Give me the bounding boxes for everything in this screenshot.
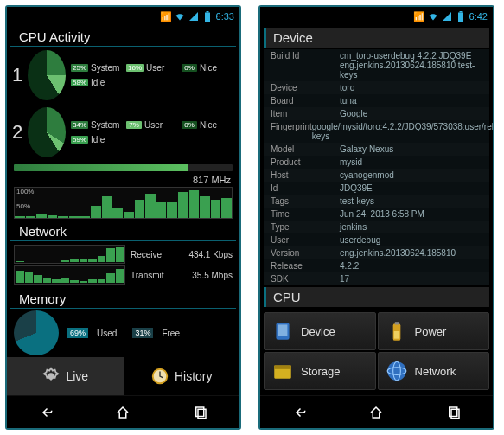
- row-key: SDK: [271, 274, 340, 284]
- table-row: Release4.2.2: [264, 259, 489, 272]
- status-bar: 📶 6:33: [7, 7, 239, 26]
- row-key: Board: [271, 96, 340, 106]
- bluetooth-icon: 📶: [161, 11, 171, 22]
- home-button[interactable]: [360, 402, 392, 423]
- network-graphs: Receive 434.1 Kbps Transmit 35.5 Mbps: [14, 245, 233, 285]
- svg-rect-15: [274, 366, 291, 369]
- table-row: Useruserdebug: [264, 233, 489, 246]
- globe-icon: [386, 360, 408, 382]
- svg-rect-12: [394, 322, 398, 324]
- table-row: Tagstest-keys: [264, 195, 489, 208]
- row-key: Build Id: [271, 51, 340, 80]
- row-value: cyanogenmod: [340, 170, 482, 180]
- cpu-pie-1: [28, 50, 66, 100]
- tab-live[interactable]: Live: [7, 357, 124, 395]
- row-key: Item: [271, 109, 340, 118]
- memory-row: 69% Used 31% Free: [7, 309, 239, 357]
- row-key: Tags: [271, 196, 340, 206]
- table-row: IdJDQ39E: [264, 182, 489, 195]
- svg-rect-0: [205, 13, 210, 22]
- row-value: google/mysid/toro:4.2.2/JDQ39/573038:use…: [312, 122, 493, 141]
- table-row: Build Idcm_toro-userdebug 4.2.2 JDQ39E e…: [264, 49, 489, 81]
- net-transmit-chart: [14, 265, 125, 285]
- table-row: ItemGoogle: [264, 107, 489, 120]
- clock: 6:42: [469, 11, 488, 22]
- wifi-icon: [175, 11, 185, 22]
- content-right[interactable]: Device Build Idcm_toro-userdebug 4.2.2 J…: [260, 26, 493, 395]
- net-receive-value: 434.1 Kbps: [181, 250, 233, 259]
- svg-rect-1: [206, 11, 208, 13]
- status-bar: 📶 6:42: [260, 7, 493, 26]
- cpu-history-graph: 100% 50%: [14, 187, 233, 219]
- recents-button[interactable]: [185, 402, 216, 423]
- net-receive-chart: [14, 245, 125, 264]
- bluetooth-icon: 📶: [414, 11, 424, 22]
- device-section-header: Device: [264, 28, 489, 48]
- cpu-freq-bar: [14, 164, 233, 171]
- phone-right: 📶 6:42 Device Build Idcm_toro-userdebug …: [258, 5, 494, 430]
- cpu-core-row: 1 25%System 16%User 0%Nice 58%Idle: [7, 47, 239, 104]
- table-row: ModelGalaxy Nexus: [264, 143, 489, 156]
- signal-icon: [188, 11, 199, 22]
- battery-icon: [202, 11, 213, 22]
- bottom-tabbar: Live History: [7, 357, 239, 395]
- svg-point-16: [387, 361, 406, 381]
- recents-button[interactable]: [438, 402, 469, 423]
- home-button[interactable]: [107, 402, 138, 423]
- clock-icon: [150, 367, 169, 386]
- cpu-freq-value: 817 MHz: [193, 175, 231, 185]
- row-value: toro: [340, 83, 482, 93]
- battery-icon: [456, 11, 466, 22]
- row-key: Model: [271, 144, 340, 154]
- row-value: jenkins: [340, 222, 482, 232]
- cpu-legend: 25%System 16%User 0%Nice 58%Idle: [71, 63, 234, 87]
- clock: 6:33: [216, 11, 234, 22]
- table-row: TimeJun 24, 2013 6:58 PM: [264, 208, 489, 221]
- memory-title: Memory: [10, 288, 236, 309]
- gear-icon: [41, 367, 61, 386]
- grid-storage-button[interactable]: Storage: [264, 352, 376, 390]
- table-row: Versioneng.jenkins.20130624.185810: [264, 246, 489, 259]
- phone-left: 📶 6:33 CPU Activity 1 25%System 16%User …: [5, 5, 241, 430]
- table-row: Typejenkins: [264, 221, 489, 233]
- cpu-core-num: 1: [12, 64, 22, 86]
- memory-pie: [14, 310, 59, 355]
- category-grid: Device Power Storage Network: [260, 309, 493, 393]
- row-value: JDQ39E: [340, 183, 482, 193]
- row-key: Id: [271, 183, 340, 193]
- device-info-list: Build Idcm_toro-userdebug 4.2.2 JDQ39E e…: [264, 49, 489, 285]
- tab-history[interactable]: History: [124, 357, 240, 395]
- back-button[interactable]: [284, 402, 315, 423]
- row-value: 17: [340, 274, 482, 284]
- row-key: Type: [271, 222, 340, 232]
- android-navbar: [260, 395, 493, 428]
- cpu-core-row: 2 34%System 7%User 0%Nice 59%Idle: [7, 104, 239, 161]
- network-title: Network: [10, 221, 236, 241]
- table-row: Fingerprintgoogle/mysid/toro:4.2.2/JDQ39…: [264, 120, 489, 143]
- row-value: mysid: [340, 157, 482, 167]
- row-value: tuna: [340, 96, 482, 106]
- signal-icon: [442, 11, 452, 22]
- row-value: 4.2.2: [340, 261, 482, 271]
- cpu-pie-2: [28, 107, 66, 157]
- device-icon: [271, 320, 294, 342]
- row-value: eng.jenkins.20130624.185810: [340, 248, 482, 258]
- table-row: Devicetoro: [264, 81, 489, 94]
- row-value: Galaxy Nexus: [340, 144, 482, 154]
- row-key: Product: [271, 157, 340, 167]
- row-key: Version: [271, 248, 340, 258]
- row-key: Host: [271, 170, 340, 180]
- row-value: test-keys: [340, 196, 482, 206]
- cpu-section-header: CPU: [264, 287, 489, 307]
- grid-network-button[interactable]: Network: [378, 352, 490, 390]
- grid-power-button[interactable]: Power: [378, 312, 490, 350]
- content-left: CPU Activity 1 25%System 16%User 0%Nice …: [7, 26, 239, 357]
- svg-rect-7: [458, 13, 463, 22]
- row-key: Fingerprint: [271, 122, 312, 141]
- table-row: SDK17: [264, 272, 489, 285]
- back-button[interactable]: [30, 402, 61, 423]
- table-row: Productmysid: [264, 156, 489, 169]
- grid-device-button[interactable]: Device: [264, 312, 376, 350]
- row-key: Device: [271, 83, 340, 93]
- table-row: Hostcyanogenmod: [264, 169, 489, 182]
